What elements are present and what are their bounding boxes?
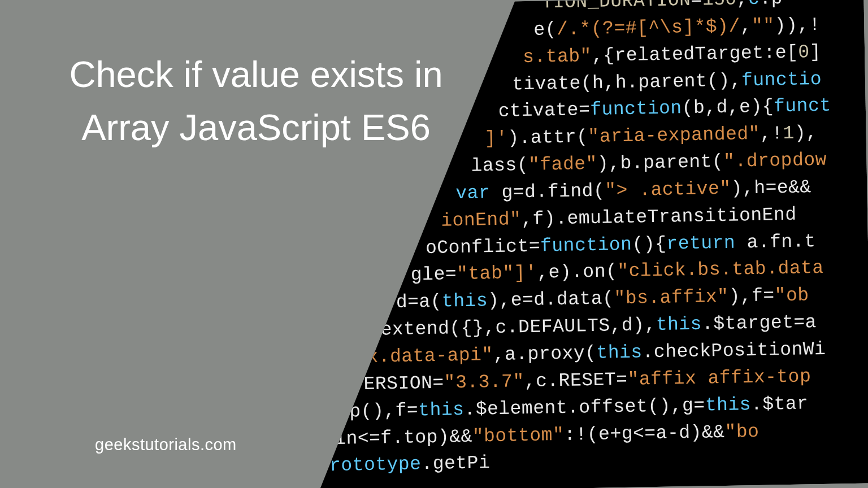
code-token: = <box>691 0 702 11</box>
code-token: e( <box>533 19 557 41</box>
code-token: this <box>442 290 488 312</box>
code-token: functio <box>741 68 822 90</box>
code-token: .checkPositionWi <box>642 339 826 363</box>
code-token: extend({},c.DEFAULTS,d), <box>380 315 656 340</box>
code-token: "bs.affix" <box>614 286 729 310</box>
code-token: "> .active" <box>605 178 731 202</box>
code-token: ),b.parent( <box>597 151 724 175</box>
code-token: g=d.find( <box>501 180 605 203</box>
code-token: x.data-api" <box>367 345 493 368</box>
code-token: ,f).emulateTransitionEnd <box>521 204 797 229</box>
code-token: 150 <box>702 0 737 10</box>
code-token: .$element.offset(),g= <box>464 395 705 420</box>
code-token: ,c.RESET= <box>524 369 627 392</box>
code-token: "3.3.7" <box>444 371 524 393</box>
code-token: lass( <box>471 155 528 177</box>
code-token: gle= <box>411 264 457 286</box>
code-token: pin<=f.top)&& <box>323 426 473 450</box>
code-token: "bottom" <box>472 424 565 447</box>
code-token: d=a( <box>396 291 442 313</box>
code-token: prototype <box>318 454 421 477</box>
code-token: .$target=a <box>702 312 817 335</box>
code-token: :!(e+g<=a-d)&& <box>564 421 725 445</box>
title-line-2: Array JavaScript ES6 <box>81 107 431 148</box>
code-token: ionEnd" <box>441 209 522 231</box>
site-label: geekstutorials.com <box>95 435 237 454</box>
code-token: VERSION= <box>352 372 444 395</box>
code-token: ),h=e&& <box>731 177 811 199</box>
code-token: ]' <box>514 263 537 284</box>
code-token: this <box>596 342 643 363</box>
code-token: ),f= <box>728 286 775 307</box>
code-token: "tab" <box>457 263 514 285</box>
code-token: function <box>540 234 632 256</box>
code-token: ctivate= <box>498 99 591 122</box>
code-token: "ob <box>774 285 809 307</box>
code-token: a.fn.t <box>747 231 815 253</box>
code-token: this <box>656 314 702 336</box>
code-token: .getPi <box>421 453 490 475</box>
code-token: 1 <box>783 123 795 144</box>
title-line-1: Check if value exists in <box>69 54 442 95</box>
code-token: ,! <box>760 123 783 145</box>
code-token: , <box>736 0 748 10</box>
code-token: "aria-expanded" <box>588 124 760 147</box>
code-token: return <box>666 232 747 254</box>
code-token: this <box>418 399 465 421</box>
code-token: "fade" <box>528 154 597 176</box>
code-token: op(),f= <box>338 400 419 422</box>
code-token: 0 <box>798 42 810 63</box>
code-token: (b,d,e){ <box>682 97 774 119</box>
code-token: tivate(h,h.parent(), <box>512 70 742 95</box>
article-title: Check if value exists in Array JavaScrip… <box>41 48 471 155</box>
code-token: /.*(?=#[^\s]*$)/ <box>557 16 740 40</box>
code-token: oConflict= <box>426 236 541 259</box>
code-token: )),! <box>774 15 821 36</box>
code-token: (){ <box>632 233 667 255</box>
code-token: ".dropdow <box>723 150 827 172</box>
code-token: var <box>455 182 502 204</box>
code-token: s.tab" <box>523 46 592 68</box>
code-token: this <box>705 394 751 416</box>
code-token: ]' <box>484 128 507 150</box>
code-token: "" <box>752 15 775 37</box>
code-token: "affix affix-top <box>627 366 811 390</box>
code-token: ,a.proxy( <box>493 343 596 365</box>
code-token: .$tar <box>751 393 809 415</box>
code-token: .p <box>760 0 783 10</box>
code-token: "click.bs.tab.data <box>617 258 824 282</box>
code-token: "bo <box>724 421 760 442</box>
code-token: function <box>590 98 682 121</box>
code-token: c <box>748 0 760 10</box>
code-token: , <box>740 16 752 37</box>
code-token: ,{relatedTarget:e[ <box>592 42 798 66</box>
code-token: ,e).on( <box>537 262 618 284</box>
code-token: funct <box>774 95 831 117</box>
code-token: TION_DURATION <box>541 0 691 13</box>
code-token: ] <box>809 42 821 63</box>
code-token: ), <box>795 123 818 144</box>
code-token: ),e=d.data( <box>488 289 614 312</box>
code-token: ).attr( <box>507 127 588 149</box>
